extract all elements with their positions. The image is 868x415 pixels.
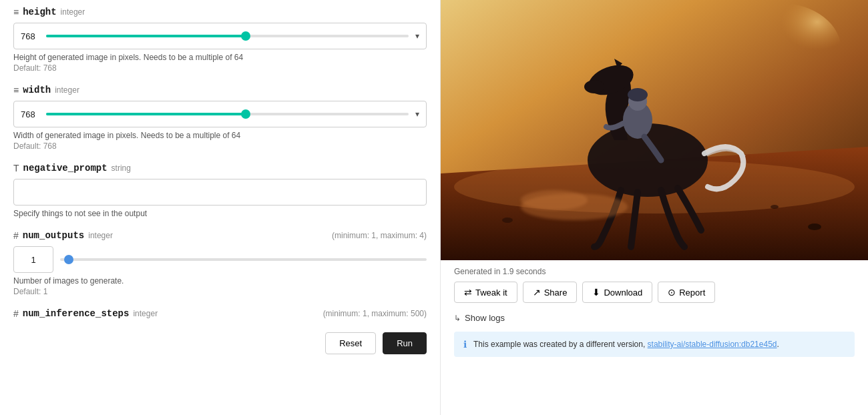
negative-prompt-input[interactable] (21, 187, 419, 197)
info-version-link[interactable]: stability-ai/stable-diffusion:db21e45d (648, 340, 777, 349)
show-logs-label[interactable]: Show logs (465, 313, 505, 323)
width-slider-fill (46, 113, 246, 115)
report-label: Report (679, 288, 705, 298)
height-dropdown-arrow[interactable]: ▾ (415, 31, 419, 41)
height-description: Height of generated image in pixels. Nee… (13, 53, 427, 62)
info-text: This example was created by a different … (473, 338, 779, 350)
height-field-type: integer (61, 7, 85, 17)
width-default: Default: 768 (13, 141, 427, 151)
negative-prompt-description: Specify things to not see in the output (13, 209, 427, 218)
svg-point-15 (808, 224, 821, 230)
info-icon: ℹ (463, 339, 467, 350)
run-button[interactable]: Run (383, 332, 427, 354)
negative-prompt-input-container[interactable] (13, 179, 427, 205)
height-slider-fill (46, 35, 246, 37)
svg-point-1 (721, 3, 841, 97)
num-inference-steps-icon: # (13, 308, 19, 319)
info-box: ℹ This example was created by a differen… (454, 332, 855, 357)
width-icon: ≡ (13, 85, 19, 95)
width-slider-thumb[interactable] (241, 109, 250, 119)
width-slider-value: 768 (21, 109, 41, 119)
num-outputs-field-section: # num_outputs integer (minimum: 1, maxim… (13, 230, 427, 296)
num-inference-steps-section: # num_inference_steps integer (minimum: … (13, 308, 427, 319)
svg-point-13 (502, 218, 513, 223)
download-icon: ⬇ (592, 287, 600, 298)
negative-prompt-icon: T (13, 163, 19, 173)
download-button[interactable]: ⬇ Download (582, 282, 652, 303)
width-dropdown-arrow[interactable]: ▾ (415, 109, 419, 119)
negative-prompt-label: T negative_prompt string (13, 163, 427, 173)
num-outputs-controls: 1 (13, 246, 427, 273)
num-outputs-name: num_outputs (23, 230, 84, 241)
svg-point-12 (521, 190, 588, 210)
svg-point-14 (771, 205, 779, 209)
height-slider-container[interactable]: 768 ▾ (13, 23, 427, 49)
generated-image-container (441, 0, 868, 260)
num-outputs-label: # num_outputs integer (minimum: 1, maxim… (13, 230, 427, 241)
generated-info: Generated in 1.9 seconds (441, 260, 868, 282)
negative-prompt-type: string (112, 163, 131, 173)
left-panel: ≡ height integer 768 ▾ Height of generat… (0, 0, 441, 415)
height-slider-thumb[interactable] (241, 31, 250, 41)
bottom-buttons-row: Reset Run (13, 332, 427, 354)
num-outputs-slider-track[interactable] (60, 258, 427, 261)
num-outputs-default: Default: 1 (13, 287, 427, 296)
share-icon: ↗ (533, 287, 541, 298)
right-panel: Generated in 1.9 seconds ⇄ Tweak it ↗ Sh… (441, 0, 868, 415)
share-button[interactable]: ↗ Share (523, 282, 578, 303)
num-outputs-input[interactable]: 1 (13, 246, 53, 273)
width-description: Width of generated image in pixels. Need… (13, 131, 427, 140)
num-outputs-icon: # (13, 230, 19, 241)
show-logs-row[interactable]: ↳ Show logs (441, 310, 868, 326)
svg-point-10 (628, 88, 648, 101)
width-field-section: ≡ width integer 768 ▾ Width of generated… (13, 85, 427, 151)
logs-arrow-icon: ↳ (454, 314, 461, 323)
info-message-suffix: . (777, 340, 779, 349)
height-icon: ≡ (13, 7, 19, 17)
negative-prompt-name: negative_prompt (23, 163, 107, 173)
tweak-icon: ⇄ (464, 287, 472, 298)
height-field-name: height (23, 7, 56, 17)
action-buttons-row: ⇄ Tweak it ↗ Share ⬇ Download ⊙ Report (441, 282, 868, 310)
height-slider-track[interactable] (46, 35, 409, 37)
report-button[interactable]: ⊙ Report (658, 282, 715, 303)
num-outputs-description: Number of images to generate. (13, 276, 427, 286)
report-icon: ⊙ (668, 287, 676, 298)
tweak-label: Tweak it (475, 288, 507, 298)
height-default: Default: 768 (13, 63, 427, 73)
width-field-type: integer (55, 85, 79, 95)
svg-point-4 (588, 123, 708, 197)
height-field-section: ≡ height integer 768 ▾ Height of generat… (13, 7, 427, 73)
tweak-it-button[interactable]: ⇄ Tweak it (454, 282, 517, 303)
width-field-label: ≡ width integer (13, 85, 427, 95)
reset-button[interactable]: Reset (325, 332, 376, 354)
width-field-name: width (23, 85, 51, 95)
height-field-label: ≡ height integer (13, 7, 427, 17)
generated-image (441, 0, 868, 260)
width-slider-track[interactable] (46, 113, 409, 115)
num-inference-steps-label: # num_inference_steps integer (minimum: … (13, 308, 427, 319)
num-inference-steps-range: (minimum: 1, maximum: 500) (323, 309, 427, 318)
width-slider-container[interactable]: 768 ▾ (13, 101, 427, 127)
num-inference-steps-type: integer (133, 309, 158, 318)
num-outputs-type: integer (88, 231, 113, 240)
num-outputs-value: 1 (31, 255, 35, 265)
download-label: Download (604, 288, 642, 298)
info-message-prefix: This example was created by a different … (473, 340, 648, 349)
negative-prompt-field-section: T negative_prompt string Specify things … (13, 163, 427, 218)
svg-point-6 (584, 80, 604, 93)
num-inference-steps-name: num_inference_steps (23, 308, 130, 319)
num-outputs-range: (minimum: 1, maximum: 4) (332, 231, 427, 240)
share-label: Share (544, 288, 568, 298)
height-slider-value: 768 (21, 31, 41, 41)
num-outputs-slider-thumb[interactable] (64, 255, 73, 264)
